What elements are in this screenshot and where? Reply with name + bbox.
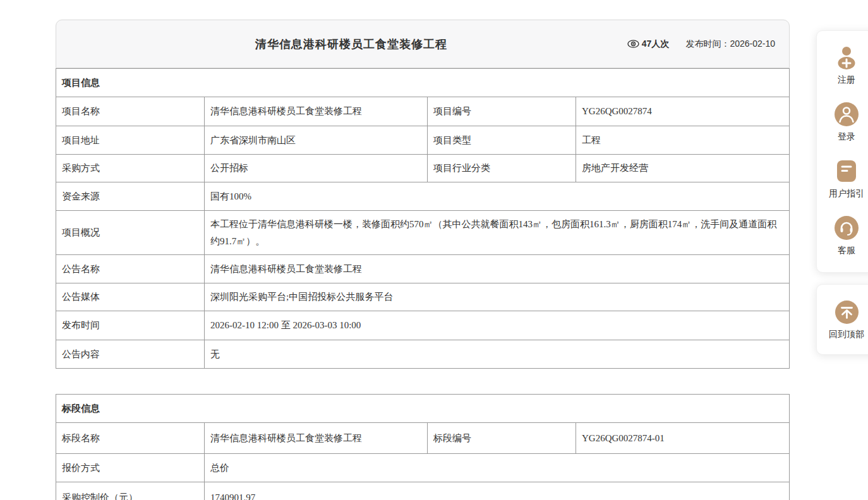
- row-value: 清华信息港科研楼员工食堂装修工程: [205, 255, 790, 283]
- section-header-project: 项目信息: [56, 69, 790, 97]
- customer-service-icon: [835, 216, 859, 240]
- row-label: 项目地址: [56, 126, 205, 155]
- row-label: 公告内容: [56, 340, 205, 369]
- table-row: 采购方式 公开招标 项目行业分类 房地产开发经营: [56, 155, 790, 182]
- table-row: 项目地址 广东省深圳市南山区 项目类型 工程: [56, 126, 790, 155]
- row-label: 公告名称: [56, 255, 205, 283]
- table-row: 项目名称 清华信息港科研楼员工食堂装修工程 项目编号 YG26QG0027874: [56, 97, 790, 126]
- row-value: 无: [205, 340, 790, 369]
- row-value: 公开招标: [205, 155, 428, 182]
- row-value: 房地产开发经营: [576, 155, 790, 182]
- row-value: 工程: [576, 126, 790, 155]
- row-label: 采购控制价（元）: [56, 482, 205, 500]
- row-label: 标段名称: [56, 423, 205, 454]
- section-title: 标段信息: [56, 395, 790, 423]
- sidebar-item-label: 注册: [838, 74, 855, 86]
- table-row: 公告内容 无: [56, 340, 790, 369]
- table-row: 资金来源 国有100%: [56, 182, 790, 211]
- sidebar-item-label: 用户指引: [829, 188, 864, 199]
- user-guide-icon: [835, 159, 859, 183]
- row-value: 深圳阳光采购平台;中国招投标公共服务平台: [205, 283, 790, 311]
- back-to-top-icon: [835, 300, 859, 324]
- back-to-top-label: 回到顶部: [829, 329, 864, 340]
- section-gap: [56, 369, 790, 394]
- publish-time: 发布时间：2026-02-10: [685, 39, 775, 50]
- sidebar-item-label: 登录: [838, 131, 855, 143]
- table-row: 项目概况 本工程位于清华信息港科研楼一楼，装修面积约570㎡（其中公共就餐面积1…: [56, 211, 790, 255]
- row-label: 标段编号: [428, 423, 576, 454]
- view-count: 47人次: [627, 39, 670, 50]
- row-label: 资金来源: [56, 182, 205, 211]
- row-label: 项目名称: [56, 97, 205, 126]
- row-value: 国有100%: [205, 182, 790, 211]
- header-meta: 47人次 发布时间：2026-02-10: [627, 39, 775, 50]
- row-label: 报价方式: [56, 454, 205, 482]
- sidebar-item-login[interactable]: 登录: [818, 102, 868, 143]
- back-to-top-card: 回到顶部: [816, 284, 868, 355]
- register-icon: [835, 45, 859, 69]
- bid-section-table: 标段信息 标段名称 清华信息港科研楼员工食堂装修工程 标段编号 YG26QG00…: [56, 394, 790, 500]
- row-label: 项目行业分类: [428, 155, 576, 182]
- section-header-bid: 标段信息: [56, 395, 790, 423]
- table-row: 公告名称 清华信息港科研楼员工食堂装修工程: [56, 255, 790, 283]
- table-row: 标段名称 清华信息港科研楼员工食堂装修工程 标段编号 YG26QG0027874…: [56, 423, 790, 454]
- view-count-text: 47人次: [642, 39, 670, 50]
- row-value: 1740901.97: [205, 482, 790, 500]
- floating-sidebar: 注册 登录 用户指引: [816, 30, 868, 273]
- table-row: 采购控制价（元） 1740901.97: [56, 482, 790, 500]
- project-info-table: 项目信息 项目名称 清华信息港科研楼员工食堂装修工程 项目编号 YG26QG00…: [56, 68, 790, 369]
- row-label: 项目编号: [428, 97, 576, 126]
- sidebar-item-customer-service[interactable]: 客服: [818, 216, 868, 256]
- row-value: 2026-02-10 12:00 至 2026-03-03 10:00: [205, 311, 790, 340]
- announcement-header: 清华信息港科研楼员工食堂装修工程 47人次 发布时间：2026-02-10: [56, 20, 790, 68]
- table-row: 发布时间 2026-02-10 12:00 至 2026-03-03 10:00: [56, 311, 790, 340]
- table-row: 报价方式 总价: [56, 454, 790, 482]
- row-value: 本工程位于清华信息港科研楼一楼，装修面积约570㎡（其中公共就餐面积143㎡，包…: [205, 211, 790, 255]
- sidebar-item-user-guide[interactable]: 用户指引: [818, 159, 868, 199]
- row-label: 项目类型: [428, 126, 576, 155]
- row-value: 总价: [205, 454, 790, 482]
- sidebar-item-label: 客服: [838, 245, 855, 256]
- row-value: 广东省深圳市南山区: [205, 126, 428, 155]
- sidebar-item-register[interactable]: 注册: [818, 45, 868, 86]
- row-label: 项目概况: [56, 211, 205, 255]
- page-title: 清华信息港科研楼员工食堂装修工程: [75, 37, 627, 52]
- announcement-panel: 清华信息港科研楼员工食堂装修工程 47人次 发布时间：2026-02-10 项目…: [56, 20, 790, 500]
- row-value: YG26QG0027874-01: [576, 423, 790, 454]
- table-row: 公告媒体 深圳阳光采购平台;中国招投标公共服务平台: [56, 283, 790, 311]
- login-icon: [835, 102, 859, 126]
- row-value: 清华信息港科研楼员工食堂装修工程: [205, 97, 428, 126]
- eye-icon: [627, 40, 639, 48]
- section-title: 项目信息: [56, 69, 790, 97]
- back-to-top-button[interactable]: 回到顶部: [818, 300, 868, 340]
- row-label: 采购方式: [56, 155, 205, 182]
- row-label: 发布时间: [56, 311, 205, 340]
- row-value: 清华信息港科研楼员工食堂装修工程: [205, 423, 428, 454]
- row-label: 公告媒体: [56, 283, 205, 311]
- row-value: YG26QG0027874: [576, 97, 790, 126]
